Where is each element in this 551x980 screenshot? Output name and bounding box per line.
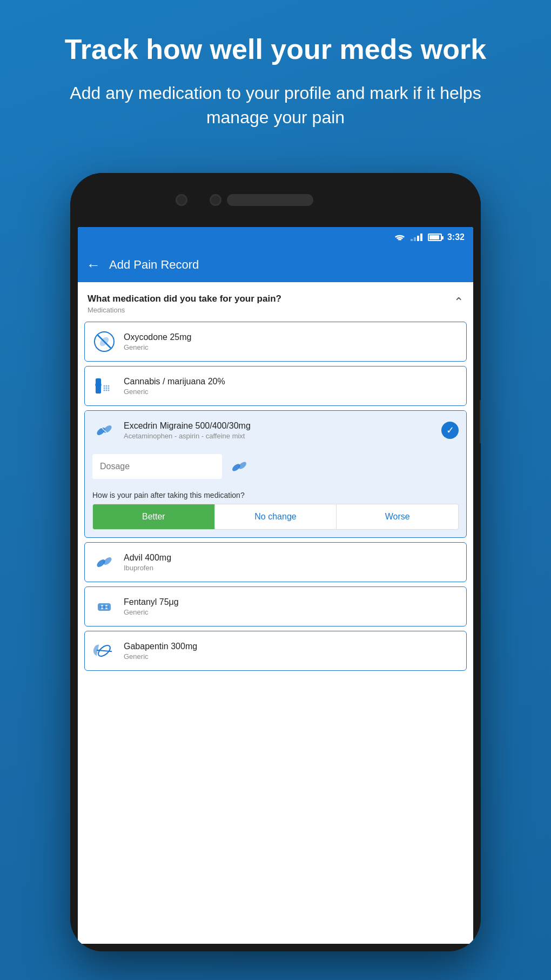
wifi-icon — [394, 234, 405, 241]
phone-frame: 3:32 ← Add Pain Record What medication d… — [70, 173, 481, 951]
header-title: Track how well your meds work — [43, 32, 508, 66]
med-item-row[interactable]: Oxycodone 25mg Generic — [85, 322, 466, 361]
svg-point-9 — [108, 385, 110, 387]
pain-buttons: Better No change Worse — [92, 504, 459, 530]
better-button[interactable]: Better — [93, 504, 214, 529]
cannabis-info: Cannabis / marijuana 20% Generic — [124, 377, 225, 396]
signal-bar-1 — [411, 239, 413, 241]
fentanyl-name: Fentanyl 75μg — [124, 597, 179, 607]
phone-top-bar — [70, 173, 481, 227]
svg-point-8 — [106, 385, 107, 387]
cannabis-type: Generic — [124, 388, 225, 396]
section-header: What medication did you take for your pa… — [78, 282, 473, 317]
camera-left — [176, 194, 187, 206]
excedrin-name: Excedrin Migraine 500/400/30mg — [124, 421, 251, 431]
oxycodone-icon — [92, 330, 116, 354]
dosage-input[interactable] — [92, 454, 222, 479]
battery-fill — [429, 235, 439, 239]
worse-button[interactable]: Worse — [337, 504, 458, 529]
med-item-advil[interactable]: Advil 400mg Ibuprofen — [84, 542, 467, 582]
section-header-text: What medication did you take for your pa… — [88, 293, 281, 314]
oxycodone-info: Oxycodone 25mg Generic — [124, 332, 191, 351]
phone-screen: 3:32 ← Add Pain Record What medication d… — [78, 227, 473, 944]
gabapentin-type: Generic — [124, 652, 197, 661]
cannabis-icon — [92, 374, 116, 398]
signal-bar-4 — [420, 234, 422, 241]
back-button[interactable]: ← — [86, 257, 100, 274]
header-subtitle: Add any medication to your profile and m… — [43, 81, 508, 130]
chevron-up-icon[interactable]: ⌃ — [454, 295, 463, 309]
header-section: Track how well your meds work Add any me… — [0, 0, 551, 146]
svg-point-11 — [106, 388, 107, 389]
status-bar: 3:32 — [78, 227, 473, 248]
cannabis-name: Cannabis / marijuana 20% — [124, 377, 225, 386]
svg-point-6 — [97, 389, 99, 391]
med-item-row[interactable]: Cannabis / marijuana 20% Generic — [85, 366, 466, 405]
oxycodone-type: Generic — [124, 343, 191, 351]
oxycodone-name: Oxycodone 25mg — [124, 332, 191, 342]
svg-point-12 — [108, 388, 110, 389]
med-item-fentanyl[interactable]: Fentanyl 75μg Generic — [84, 586, 467, 626]
fentanyl-icon — [92, 595, 116, 618]
content-area: What medication did you take for your pa… — [78, 282, 473, 944]
excedrin-type: Acetaminophen - aspirin - caffeine mixt — [124, 432, 251, 440]
fentanyl-info: Fentanyl 75μg Generic — [124, 597, 179, 616]
med-item-gabapentin[interactable]: Gabapentin 300mg Generic — [84, 631, 467, 671]
gabapentin-row[interactable]: Gabapentin 300mg Generic — [85, 631, 466, 670]
gabapentin-info: Gabapentin 300mg Generic — [124, 642, 197, 661]
app-bar: ← Add Pain Record — [78, 248, 473, 282]
advil-row[interactable]: Advil 400mg Ibuprofen — [85, 543, 466, 582]
signal-bar-2 — [414, 237, 416, 241]
svg-point-10 — [104, 388, 105, 389]
dosage-pill-icon — [229, 456, 250, 477]
battery-icon — [428, 234, 442, 241]
no-change-button[interactable]: No change — [214, 504, 337, 529]
excedrin-check-icon: ✓ — [441, 422, 459, 439]
status-time: 3:32 — [447, 232, 465, 242]
svg-line-28 — [97, 643, 112, 658]
camera-right — [210, 194, 221, 206]
svg-rect-26 — [100, 606, 109, 608]
med-item-cannabis[interactable]: Cannabis / marijuana 20% Generic — [84, 366, 467, 406]
gabapentin-name: Gabapentin 300mg — [124, 642, 197, 651]
advil-info: Advil 400mg Ibuprofen — [124, 553, 171, 572]
fentanyl-row[interactable]: Fentanyl 75μg Generic — [85, 587, 466, 626]
section-question: What medication did you take for your pa… — [88, 293, 281, 305]
signal-bar-3 — [417, 236, 419, 241]
excedrin-row[interactable]: Excedrin Migraine 500/400/30mg Acetamino… — [85, 411, 466, 450]
advil-name: Advil 400mg — [124, 553, 171, 563]
excedrin-info: Excedrin Migraine 500/400/30mg Acetamino… — [124, 421, 251, 440]
gabapentin-icon — [92, 639, 116, 663]
med-item-oxycodone[interactable]: Oxycodone 25mg Generic — [84, 322, 467, 362]
med-item-excedrin[interactable]: Excedrin Migraine 500/400/30mg Acetamino… — [84, 410, 467, 538]
advil-type: Ibuprofen — [124, 564, 171, 572]
svg-point-5 — [97, 378, 99, 381]
side-button — [480, 400, 481, 443]
advil-icon — [92, 550, 116, 574]
svg-point-13 — [104, 390, 105, 391]
fentanyl-type: Generic — [124, 608, 179, 616]
section-label: Medications — [88, 306, 281, 314]
speaker — [227, 194, 313, 206]
svg-point-14 — [106, 390, 107, 391]
svg-point-15 — [108, 390, 110, 391]
app-bar-title: Add Pain Record — [109, 258, 199, 272]
pain-question: How is your pain after taking this medic… — [85, 486, 466, 504]
dosage-row — [85, 450, 466, 486]
excedrin-icon — [92, 418, 116, 442]
svg-point-7 — [104, 385, 105, 387]
signal-icon — [411, 234, 422, 241]
